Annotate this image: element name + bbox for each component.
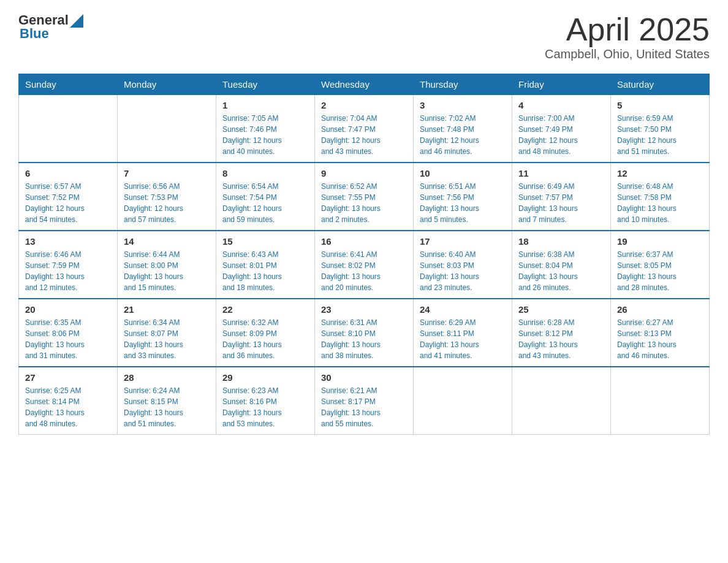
calendar-cell bbox=[512, 367, 611, 435]
day-info: Sunrise: 7:04 AM Sunset: 7:47 PM Dayligh… bbox=[321, 113, 407, 157]
calendar-cell: 26Sunrise: 6:27 AM Sunset: 8:13 PM Dayli… bbox=[611, 299, 710, 367]
calendar-cell: 15Sunrise: 6:43 AM Sunset: 8:01 PM Dayli… bbox=[216, 231, 315, 299]
calendar-week-row: 20Sunrise: 6:35 AM Sunset: 8:06 PM Dayli… bbox=[19, 299, 710, 367]
day-number: 8 bbox=[222, 168, 308, 178]
calendar-header-saturday: Saturday bbox=[611, 74, 710, 95]
day-number: 10 bbox=[420, 168, 506, 178]
calendar-cell: 20Sunrise: 6:35 AM Sunset: 8:06 PM Dayli… bbox=[19, 299, 118, 367]
calendar-cell: 8Sunrise: 6:54 AM Sunset: 7:54 PM Daylig… bbox=[216, 163, 315, 231]
day-number: 29 bbox=[222, 372, 308, 383]
calendar-cell: 19Sunrise: 6:37 AM Sunset: 8:05 PM Dayli… bbox=[611, 231, 710, 299]
day-number: 21 bbox=[124, 304, 210, 315]
svg-marker-0 bbox=[70, 14, 83, 28]
calendar-header-tuesday: Tuesday bbox=[216, 74, 315, 95]
day-number: 18 bbox=[518, 236, 604, 247]
day-info: Sunrise: 6:24 AM Sunset: 8:15 PM Dayligh… bbox=[124, 385, 210, 429]
day-info: Sunrise: 6:35 AM Sunset: 8:06 PM Dayligh… bbox=[25, 317, 111, 361]
day-number: 14 bbox=[124, 236, 210, 247]
calendar-cell: 17Sunrise: 6:40 AM Sunset: 8:03 PM Dayli… bbox=[414, 231, 512, 299]
day-number: 13 bbox=[25, 236, 111, 247]
calendar-cell: 30Sunrise: 6:21 AM Sunset: 8:17 PM Dayli… bbox=[315, 367, 414, 435]
day-info: Sunrise: 6:23 AM Sunset: 8:16 PM Dayligh… bbox=[222, 385, 308, 429]
calendar-cell: 11Sunrise: 6:49 AM Sunset: 7:57 PM Dayli… bbox=[512, 163, 611, 231]
day-info: Sunrise: 6:56 AM Sunset: 7:53 PM Dayligh… bbox=[124, 181, 210, 225]
page-header: General Blue April 2025 Campbell, Ohio, … bbox=[18, 12, 710, 61]
calendar-cell: 22Sunrise: 6:32 AM Sunset: 8:09 PM Dayli… bbox=[216, 299, 315, 367]
day-number: 5 bbox=[617, 100, 703, 110]
day-number: 1 bbox=[222, 100, 308, 110]
calendar-cell: 27Sunrise: 6:25 AM Sunset: 8:14 PM Dayli… bbox=[19, 367, 118, 435]
day-info: Sunrise: 6:49 AM Sunset: 7:57 PM Dayligh… bbox=[518, 181, 604, 225]
calendar-table: SundayMondayTuesdayWednesdayThursdayFrid… bbox=[18, 74, 710, 435]
calendar-cell bbox=[118, 95, 216, 163]
page-title: April 2025 bbox=[545, 12, 710, 47]
calendar-cell: 14Sunrise: 6:44 AM Sunset: 8:00 PM Dayli… bbox=[118, 231, 216, 299]
calendar-cell: 3Sunrise: 7:02 AM Sunset: 7:48 PM Daylig… bbox=[414, 95, 512, 163]
day-info: Sunrise: 6:29 AM Sunset: 8:11 PM Dayligh… bbox=[420, 317, 506, 361]
day-number: 3 bbox=[420, 100, 506, 110]
day-number: 22 bbox=[222, 304, 308, 315]
day-info: Sunrise: 6:48 AM Sunset: 7:58 PM Dayligh… bbox=[617, 181, 703, 225]
day-info: Sunrise: 6:31 AM Sunset: 8:10 PM Dayligh… bbox=[321, 317, 407, 361]
calendar-week-row: 6Sunrise: 6:57 AM Sunset: 7:52 PM Daylig… bbox=[19, 163, 710, 231]
day-info: Sunrise: 6:52 AM Sunset: 7:55 PM Dayligh… bbox=[321, 181, 407, 225]
day-number: 23 bbox=[321, 304, 407, 315]
calendar-week-row: 13Sunrise: 6:46 AM Sunset: 7:59 PM Dayli… bbox=[19, 231, 710, 299]
calendar-header-row: SundayMondayTuesdayWednesdayThursdayFrid… bbox=[19, 74, 710, 95]
calendar-cell: 9Sunrise: 6:52 AM Sunset: 7:55 PM Daylig… bbox=[315, 163, 414, 231]
day-info: Sunrise: 6:32 AM Sunset: 8:09 PM Dayligh… bbox=[222, 317, 308, 361]
day-number: 6 bbox=[25, 168, 111, 178]
day-info: Sunrise: 6:37 AM Sunset: 8:05 PM Dayligh… bbox=[617, 249, 703, 293]
calendar-cell: 7Sunrise: 6:56 AM Sunset: 7:53 PM Daylig… bbox=[118, 163, 216, 231]
day-info: Sunrise: 7:02 AM Sunset: 7:48 PM Dayligh… bbox=[420, 113, 506, 157]
day-info: Sunrise: 6:28 AM Sunset: 8:12 PM Dayligh… bbox=[518, 317, 604, 361]
day-info: Sunrise: 6:21 AM Sunset: 8:17 PM Dayligh… bbox=[321, 385, 407, 429]
day-info: Sunrise: 6:41 AM Sunset: 8:02 PM Dayligh… bbox=[321, 249, 407, 293]
day-number: 4 bbox=[518, 100, 604, 110]
calendar-cell: 4Sunrise: 7:00 AM Sunset: 7:49 PM Daylig… bbox=[512, 95, 611, 163]
day-info: Sunrise: 7:00 AM Sunset: 7:49 PM Dayligh… bbox=[518, 113, 604, 157]
day-info: Sunrise: 6:44 AM Sunset: 8:00 PM Dayligh… bbox=[124, 249, 210, 293]
day-number: 2 bbox=[321, 100, 407, 110]
calendar-week-row: 27Sunrise: 6:25 AM Sunset: 8:14 PM Dayli… bbox=[19, 367, 710, 435]
calendar-cell bbox=[414, 367, 512, 435]
page-subtitle: Campbell, Ohio, United States bbox=[545, 47, 710, 61]
day-number: 28 bbox=[124, 372, 210, 383]
calendar-cell bbox=[611, 367, 710, 435]
calendar-header-thursday: Thursday bbox=[414, 74, 512, 95]
day-info: Sunrise: 6:25 AM Sunset: 8:14 PM Dayligh… bbox=[25, 385, 111, 429]
logo: General Blue bbox=[18, 12, 83, 42]
calendar-cell: 29Sunrise: 6:23 AM Sunset: 8:16 PM Dayli… bbox=[216, 367, 315, 435]
logo-triangle-icon bbox=[70, 14, 83, 28]
calendar-header-friday: Friday bbox=[512, 74, 611, 95]
day-info: Sunrise: 6:40 AM Sunset: 8:03 PM Dayligh… bbox=[420, 249, 506, 293]
calendar-cell: 13Sunrise: 6:46 AM Sunset: 7:59 PM Dayli… bbox=[19, 231, 118, 299]
day-number: 20 bbox=[25, 304, 111, 315]
day-number: 24 bbox=[420, 304, 506, 315]
day-info: Sunrise: 6:54 AM Sunset: 7:54 PM Dayligh… bbox=[222, 181, 308, 225]
day-number: 26 bbox=[617, 304, 703, 315]
day-info: Sunrise: 6:34 AM Sunset: 8:07 PM Dayligh… bbox=[124, 317, 210, 361]
calendar-week-row: 1Sunrise: 7:05 AM Sunset: 7:46 PM Daylig… bbox=[19, 95, 710, 163]
calendar-header-wednesday: Wednesday bbox=[315, 74, 414, 95]
day-number: 30 bbox=[321, 372, 407, 383]
calendar-cell: 28Sunrise: 6:24 AM Sunset: 8:15 PM Dayli… bbox=[118, 367, 216, 435]
calendar-header-monday: Monday bbox=[118, 74, 216, 95]
day-info: Sunrise: 6:51 AM Sunset: 7:56 PM Dayligh… bbox=[420, 181, 506, 225]
calendar-cell: 21Sunrise: 6:34 AM Sunset: 8:07 PM Dayli… bbox=[118, 299, 216, 367]
day-info: Sunrise: 6:43 AM Sunset: 8:01 PM Dayligh… bbox=[222, 249, 308, 293]
day-info: Sunrise: 7:05 AM Sunset: 7:46 PM Dayligh… bbox=[222, 113, 308, 157]
day-number: 27 bbox=[25, 372, 111, 383]
title-block: April 2025 Campbell, Ohio, United States bbox=[545, 12, 710, 61]
day-number: 19 bbox=[617, 236, 703, 247]
day-number: 15 bbox=[222, 236, 308, 247]
day-number: 17 bbox=[420, 236, 506, 247]
calendar-cell: 5Sunrise: 6:59 AM Sunset: 7:50 PM Daylig… bbox=[611, 95, 710, 163]
calendar-cell: 18Sunrise: 6:38 AM Sunset: 8:04 PM Dayli… bbox=[512, 231, 611, 299]
day-number: 11 bbox=[518, 168, 604, 178]
calendar-cell: 24Sunrise: 6:29 AM Sunset: 8:11 PM Dayli… bbox=[414, 299, 512, 367]
day-info: Sunrise: 6:38 AM Sunset: 8:04 PM Dayligh… bbox=[518, 249, 604, 293]
calendar-cell bbox=[19, 95, 118, 163]
calendar-cell: 2Sunrise: 7:04 AM Sunset: 7:47 PM Daylig… bbox=[315, 95, 414, 163]
day-info: Sunrise: 6:59 AM Sunset: 7:50 PM Dayligh… bbox=[617, 113, 703, 157]
